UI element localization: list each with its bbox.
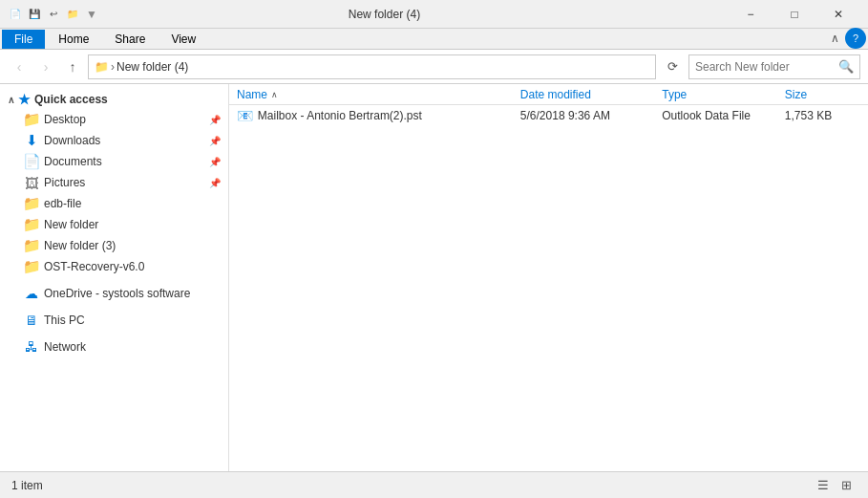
sidebar-item-pictures[interactable]: 🖼 Pictures 📌	[0, 172, 228, 193]
downloads-label: Downloads	[44, 134, 100, 147]
sidebar-item-documents[interactable]: 📄 Documents 📌	[0, 151, 228, 172]
file-list-header: Name ∧ Date modified Type Size	[229, 84, 868, 105]
sidebar-item-ost-recovery[interactable]: 📁 OST-Recovery-v6.0	[0, 256, 228, 277]
title-bar: 📄 💾 ↩ 📁 ▼ New folder (4) − □ ✕	[0, 0, 868, 29]
quick-access-star-icon: ★	[18, 92, 31, 107]
onedrive-icon: ☁	[23, 285, 40, 302]
title-buttons: − □ ✕	[729, 0, 860, 29]
quick-access-label: Quick access	[34, 93, 108, 106]
status-view-buttons: ☰ ⊞	[813, 475, 857, 496]
sidebar-item-onedrive[interactable]: ☁ OneDrive - systools software	[0, 283, 228, 304]
desktop-pin-icon: 📌	[209, 115, 221, 125]
table-row[interactable]: 📧 Mailbox - Antonio Bertram(2).pst 5/6/2…	[229, 105, 868, 126]
downloads-pin-icon: 📌	[209, 136, 221, 146]
path-current: New folder (4)	[116, 60, 188, 74]
col-date[interactable]: Date modified	[520, 88, 662, 101]
this-pc-icon: 🖥	[23, 312, 40, 329]
close-button[interactable]: ✕	[816, 0, 860, 29]
window-title: New folder (4)	[40, 8, 729, 21]
path-folder-icon: 📁	[95, 60, 109, 74]
pictures-folder-icon: 🖼	[23, 174, 40, 191]
pst-file-icon: 📧	[237, 107, 254, 124]
search-input[interactable]	[695, 60, 838, 74]
sidebar: ∧ ★ Quick access 📁 Desktop 📌 ⬇ Downloads…	[0, 84, 229, 471]
documents-folder-icon: 📄	[23, 153, 40, 170]
tab-file[interactable]: File	[2, 30, 45, 49]
search-box[interactable]: 🔍	[688, 54, 860, 79]
file-name: Mailbox - Antonio Bertram(2).pst	[258, 109, 520, 122]
sidebar-item-edb-file[interactable]: 📁 edb-file	[0, 193, 228, 214]
forward-button[interactable]: ›	[34, 55, 57, 78]
doc-icon: 📄	[8, 7, 23, 22]
this-pc-label: This PC	[44, 314, 85, 327]
edb-label: edb-file	[44, 197, 81, 210]
documents-label: Documents	[44, 155, 102, 168]
help-button[interactable]: ?	[845, 28, 866, 49]
back-button[interactable]: ‹	[8, 55, 31, 78]
col-size[interactable]: Size	[785, 88, 860, 101]
col-name-label: Name	[237, 88, 267, 101]
file-size: 1,753 KB	[785, 109, 860, 122]
ribbon-tabs: File Home Share View ∧ ?	[0, 29, 868, 50]
file-type: Outlook Data File	[662, 109, 785, 122]
ost-recovery-folder-icon: 📁	[23, 258, 40, 275]
sidebar-item-this-pc[interactable]: 🖥 This PC	[0, 310, 228, 331]
details-view-button[interactable]: ☰	[813, 475, 834, 496]
edb-folder-icon: 📁	[23, 195, 40, 212]
new-folder-label: New folder	[44, 218, 98, 231]
main-layout: ∧ ★ Quick access 📁 Desktop 📌 ⬇ Downloads…	[0, 84, 868, 471]
pictures-pin-icon: 📌	[209, 178, 221, 188]
status-bar: 1 item ☰ ⊞	[0, 471, 868, 498]
refresh-button[interactable]: ⟳	[660, 54, 685, 79]
network-icon: 🖧	[23, 338, 40, 356]
quick-access-chevron: ∧	[8, 95, 14, 105]
address-path[interactable]: 📁 › New folder (4)	[88, 54, 656, 79]
col-type[interactable]: Type	[662, 88, 785, 101]
large-icon-view-button[interactable]: ⊞	[836, 475, 857, 496]
file-date: 5/6/2018 9:36 AM	[520, 109, 662, 122]
new-folder-3-label: New folder (3)	[44, 239, 116, 252]
col-date-label: Date modified	[520, 88, 591, 101]
desktop-label: Desktop	[44, 113, 86, 126]
ost-recovery-label: OST-Recovery-v6.0	[44, 260, 144, 273]
network-label: Network	[44, 340, 86, 354]
address-bar: ‹ › ↑ 📁 › New folder (4) ⟳ 🔍	[0, 50, 868, 84]
onedrive-label: OneDrive - systools software	[44, 287, 190, 300]
sidebar-item-new-folder[interactable]: 📁 New folder	[0, 214, 228, 235]
item-count: 1 item	[11, 479, 43, 492]
sort-arrow-icon: ∧	[271, 90, 278, 99]
col-name[interactable]: Name ∧	[237, 88, 520, 101]
new-folder-icon: 📁	[23, 216, 40, 233]
tab-home[interactable]: Home	[46, 30, 101, 49]
tab-view[interactable]: View	[159, 30, 208, 49]
col-type-label: Type	[662, 88, 687, 101]
new-folder-3-icon: 📁	[23, 237, 40, 254]
sidebar-item-downloads[interactable]: ⬇ Downloads 📌	[0, 130, 228, 151]
maximize-button[interactable]: □	[773, 0, 816, 29]
file-list: Name ∧ Date modified Type Size 📧 Mailbox…	[229, 84, 868, 471]
search-icon[interactable]: 🔍	[838, 59, 854, 74]
sidebar-item-network[interactable]: 🖧 Network	[0, 336, 228, 357]
sidebar-item-desktop[interactable]: 📁 Desktop 📌	[0, 109, 228, 130]
downloads-folder-icon: ⬇	[23, 132, 40, 149]
quick-access-header[interactable]: ∧ ★ Quick access	[0, 88, 228, 109]
documents-pin-icon: 📌	[209, 157, 221, 167]
ribbon-expand-button[interactable]: ∧	[824, 28, 845, 49]
sidebar-item-new-folder-3[interactable]: 📁 New folder (3)	[0, 235, 228, 256]
up-button[interactable]: ↑	[61, 55, 84, 78]
minimize-button[interactable]: −	[729, 0, 773, 29]
tab-share[interactable]: Share	[102, 30, 158, 49]
col-size-label: Size	[785, 88, 807, 101]
desktop-folder-icon: 📁	[23, 111, 40, 128]
pictures-label: Pictures	[44, 176, 85, 189]
